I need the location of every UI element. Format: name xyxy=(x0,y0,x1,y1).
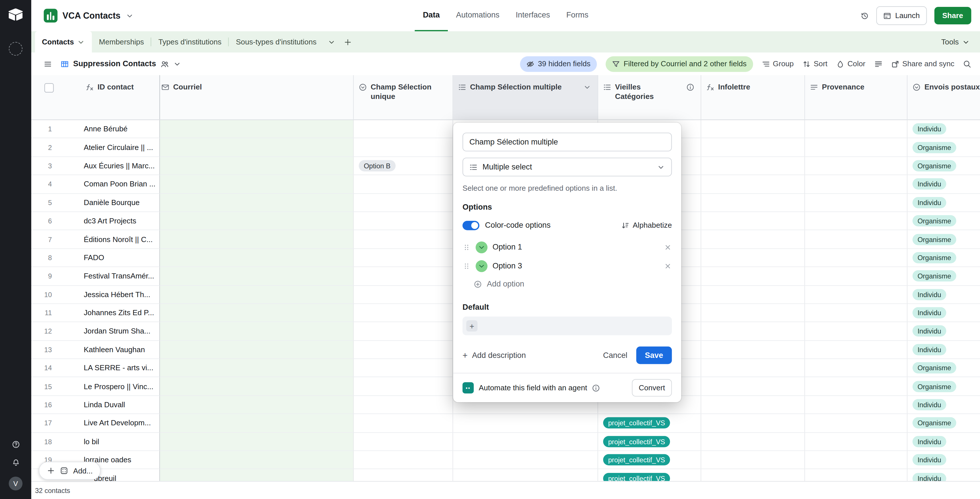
base-logo[interactable] xyxy=(44,9,57,23)
cell-envois-postaux[interactable]: Individu xyxy=(907,469,980,482)
cell-courriel[interactable] xyxy=(160,322,353,341)
cell-vieilles-categories[interactable]: projet_collectif_VS xyxy=(598,469,701,482)
cell-envois-postaux[interactable]: Individu xyxy=(907,433,980,451)
cell-envois-postaux[interactable]: Organisme xyxy=(907,267,980,285)
cell-provenance[interactable] xyxy=(805,194,907,212)
cell-envois-postaux[interactable]: Organisme xyxy=(907,157,980,175)
cell-infolettre[interactable] xyxy=(701,157,805,175)
color-code-toggle[interactable] xyxy=(463,220,479,230)
cell-infolettre[interactable] xyxy=(701,175,805,194)
tab-contacts[interactable]: Contacts xyxy=(35,31,92,53)
cell-provenance[interactable] xyxy=(805,267,907,285)
cell-selection-unique[interactable] xyxy=(354,322,453,341)
cell-selection-unique[interactable] xyxy=(354,341,453,359)
chevron-down-icon[interactable] xyxy=(126,11,134,19)
share-sync-button[interactable]: Share and sync xyxy=(891,59,954,68)
column-header-champ-s-lection-multiple[interactable]: Champ Sélection multiple xyxy=(453,75,598,120)
group-button[interactable]: Group xyxy=(762,59,794,68)
user-avatar[interactable]: V xyxy=(9,477,23,490)
filter-button[interactable]: Filtered by Courriel and 2 other fields xyxy=(606,56,753,72)
cell-id-contact[interactable]: 7Éditions Noroît || C... xyxy=(31,230,160,249)
help-icon[interactable] xyxy=(11,440,19,448)
column-header-id-contact[interactable]: ID contact xyxy=(31,75,160,120)
hidden-fields-button[interactable]: 39 hidden fields xyxy=(520,56,597,72)
cell-envois-postaux[interactable]: Individu xyxy=(907,341,980,359)
cell-infolettre[interactable] xyxy=(701,469,805,482)
cell-id-contact[interactable]: 13Kathleen Vaughan xyxy=(31,341,160,359)
cell-id-contact[interactable]: 18lo bil xyxy=(31,433,160,451)
cell-provenance[interactable] xyxy=(805,414,907,432)
cell-id-contact[interactable]: 2Atelier Circulaire || ... xyxy=(31,139,160,157)
cell-courriel[interactable] xyxy=(160,249,353,267)
cell-provenance[interactable] xyxy=(805,230,907,249)
add-description-button[interactable]: +Add description xyxy=(463,350,526,360)
cell-id-contact[interactable]: 1Anne Bérubé xyxy=(31,120,160,139)
add-record-bar[interactable]: Add... xyxy=(39,462,101,480)
sort-button[interactable]: Sort xyxy=(802,59,827,68)
add-table-button[interactable] xyxy=(340,31,356,53)
cell-id-contact[interactable]: 4Coman Poon Brian ... xyxy=(31,175,160,194)
cell-courriel[interactable] xyxy=(160,414,353,432)
cell-infolettre[interactable] xyxy=(701,230,805,249)
cell-provenance[interactable] xyxy=(805,175,907,194)
cell-selection-multiple[interactable] xyxy=(453,469,598,482)
cell-envois-postaux[interactable]: Individu xyxy=(907,304,980,322)
column-header-envois-postaux[interactable]: Envois postaux xyxy=(907,75,980,120)
column-header-infolettre[interactable]: Infolettre xyxy=(701,75,805,120)
table-row[interactable]: 19lorraine oadesprojet_collectif_VSIndiv… xyxy=(31,451,980,469)
add-option-button[interactable]: Add option xyxy=(474,275,672,293)
cell-vieilles-categories[interactable]: projet_collectif_VS xyxy=(598,414,701,432)
cell-courriel[interactable] xyxy=(160,451,353,469)
more-tabs-button[interactable] xyxy=(323,31,340,53)
nav-data[interactable]: Data xyxy=(415,0,448,31)
cell-courriel[interactable] xyxy=(160,396,353,414)
plus-icon[interactable] xyxy=(47,467,55,475)
cell-courriel[interactable] xyxy=(160,120,353,139)
cell-courriel[interactable] xyxy=(160,359,353,378)
alphabetize-button[interactable]: Alphabetize xyxy=(622,221,672,230)
cell-id-contact[interactable]: 5Danièle Bourque xyxy=(31,194,160,212)
cell-courriel[interactable] xyxy=(160,175,353,194)
cell-selection-unique[interactable] xyxy=(354,175,453,194)
cell-selection-unique[interactable] xyxy=(354,396,453,414)
share-button[interactable]: Share xyxy=(934,7,971,24)
cell-provenance[interactable] xyxy=(805,451,907,469)
cell-provenance[interactable] xyxy=(805,285,907,304)
cell-selection-unique[interactable] xyxy=(354,378,453,396)
cell-provenance[interactable] xyxy=(805,304,907,322)
tools-menu[interactable]: Tools xyxy=(931,31,980,53)
cell-envois-postaux[interactable]: Organisme xyxy=(907,414,980,432)
cell-provenance[interactable] xyxy=(805,120,907,139)
cell-infolettre[interactable] xyxy=(701,341,805,359)
cell-selection-unique[interactable] xyxy=(354,285,453,304)
cell-infolettre[interactable] xyxy=(701,212,805,230)
search-icon[interactable] xyxy=(963,60,971,68)
cell-infolettre[interactable] xyxy=(701,359,805,378)
cell-id-contact[interactable]: 14LA SERRE - arts vi... xyxy=(31,359,160,378)
cell-provenance[interactable] xyxy=(805,378,907,396)
cell-envois-postaux[interactable]: Individu xyxy=(907,396,980,414)
cell-envois-postaux[interactable]: Organisme xyxy=(907,249,980,267)
tab-sous-types-d-institutions[interactable]: Sous-types d'institutions xyxy=(229,31,323,53)
column-header-vieilles-cat-gories[interactable]: Vieilles Catégories xyxy=(598,75,701,120)
cell-selection-unique[interactable] xyxy=(354,212,453,230)
cell-provenance[interactable] xyxy=(805,139,907,157)
cell-courriel[interactable] xyxy=(160,433,353,451)
cell-infolettre[interactable] xyxy=(701,396,805,414)
cell-infolettre[interactable] xyxy=(701,322,805,341)
remove-option-icon[interactable] xyxy=(663,243,672,251)
cell-selection-multiple[interactable] xyxy=(453,433,598,451)
cell-courriel[interactable] xyxy=(160,469,353,482)
cell-id-contact[interactable]: 12Jordan Strum Sha... xyxy=(31,322,160,341)
cell-id-contact[interactable]: 3Aux Écuries || Marc... xyxy=(31,157,160,175)
remove-option-icon[interactable] xyxy=(663,262,672,270)
cell-selection-unique[interactable] xyxy=(354,451,453,469)
option-label[interactable]: Option 3 xyxy=(493,261,659,271)
nav-forms[interactable]: Forms xyxy=(558,0,597,31)
cell-infolettre[interactable] xyxy=(701,139,805,157)
cell-courriel[interactable] xyxy=(160,378,353,396)
cell-provenance[interactable] xyxy=(805,157,907,175)
convert-button[interactable]: Convert xyxy=(632,379,672,397)
drag-handle-icon[interactable] xyxy=(463,243,471,251)
cell-courriel[interactable] xyxy=(160,304,353,322)
